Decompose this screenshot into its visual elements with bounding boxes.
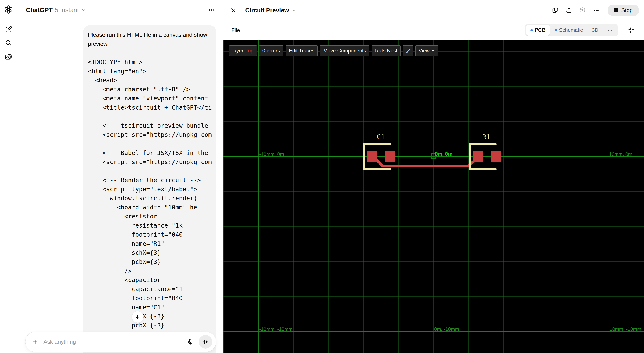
voice-mode-button[interactable]	[199, 335, 212, 349]
canvas-options-button[interactable]	[592, 6, 601, 15]
tab-overflow-button[interactable]	[603, 25, 616, 36]
scroll-to-bottom-button[interactable]	[132, 311, 144, 323]
search-icon	[5, 39, 12, 47]
code-line: <script src="https://unpkg.com	[88, 130, 212, 139]
canvas-title-menu[interactable]: Circuit Preview	[245, 7, 296, 14]
pcb-viewport[interactable]: C1 R1 0m, 0m -10mm, 0m 10mm, 0m -10mm, -…	[223, 40, 644, 353]
errors-label: 0 errors	[262, 48, 280, 54]
code-line: footprint="040	[88, 230, 212, 239]
layer-value: top	[246, 48, 254, 54]
close-canvas-button[interactable]	[229, 6, 238, 15]
chat-panel: ChatGPT 5 Instant Please run this HTML f…	[18, 0, 223, 353]
r1-pad-1[interactable]	[473, 151, 483, 162]
code-line: resistance="1k	[88, 221, 212, 230]
edit-traces-label: Edit Traces	[289, 48, 314, 54]
code-line: name="R1"	[88, 239, 212, 248]
user-code-block: <!DOCTYPE html><html lang="en"> <head> <…	[88, 58, 212, 339]
schematic-status-dot	[554, 29, 557, 32]
code-line: <head>	[88, 76, 212, 85]
code-line: pcbX={-3}	[88, 321, 212, 330]
code-line: <board width="10mm" he	[88, 203, 212, 212]
user-message-text: Please run this HTML file in a canvas an…	[88, 30, 212, 49]
voice-waveform-icon	[202, 338, 209, 346]
code-line: <script type="text/babel">	[88, 185, 212, 194]
message-composer	[25, 332, 216, 352]
view-menu-button[interactable]: View ▼	[415, 45, 438, 56]
code-line: window.tscircuit.render(	[88, 194, 212, 203]
chat-input[interactable]	[44, 339, 186, 345]
code-line: <!-- tscircuit preview bundle	[88, 121, 212, 130]
canvas-title: Circuit Preview	[245, 7, 289, 14]
copy-canvas-button[interactable]	[551, 6, 560, 15]
code-line: <!-- Render the circuit -->	[88, 176, 212, 185]
code-line: capacitance="1	[88, 284, 212, 294]
stop-square-icon	[614, 8, 618, 13]
canvas-menu-row: File PCB Schematic 3D	[223, 21, 644, 40]
dictate-button[interactable]	[186, 337, 194, 346]
app-title: ChatGPT	[26, 7, 52, 14]
view-mode-switcher: PCB Schematic 3D	[525, 24, 618, 36]
c1-reference-label: C1	[372, 133, 389, 141]
coord-label-bottom-left: -10mm, -10mm	[259, 326, 292, 332]
more-dots-icon	[608, 28, 612, 33]
code-line: name="C1"	[88, 303, 212, 312]
pencil-icon	[406, 48, 411, 54]
version-history-button[interactable]	[578, 6, 587, 15]
new-chat-button[interactable]	[4, 25, 13, 34]
layer-label: layer:	[232, 48, 245, 54]
openai-logo-icon[interactable]	[4, 5, 13, 14]
layer-select-button[interactable]: layer: top	[229, 45, 257, 56]
collapse-icon	[628, 27, 635, 34]
code-line	[88, 166, 212, 176]
conversation-options-button[interactable]	[207, 6, 216, 14]
tab-pcb[interactable]: PCB	[526, 25, 550, 36]
share-canvas-button[interactable]	[564, 6, 574, 15]
caret-down-icon: ▼	[431, 49, 435, 53]
errors-button[interactable]: 0 errors	[259, 45, 284, 56]
code-line: schX={3}	[88, 248, 212, 257]
r1-pad-2[interactable]	[491, 151, 501, 162]
stop-button[interactable]: Stop	[608, 5, 639, 16]
share-upload-icon	[566, 7, 572, 14]
pcb-trace	[223, 40, 644, 353]
code-line: <title>tscircuit + ChatGPT</ti	[88, 103, 212, 112]
r1-silkscreen-left	[469, 143, 471, 170]
code-line: <meta name="viewport" content=	[88, 94, 212, 103]
file-menu[interactable]: File	[232, 27, 240, 33]
move-components-label: Move Components	[323, 48, 366, 54]
rats-nest-button[interactable]: Rats Nest	[372, 45, 401, 56]
code-line	[88, 139, 212, 148]
pcb-status-dot	[530, 29, 533, 32]
c1-pad-1[interactable]	[368, 151, 377, 162]
tab-schematic-label: Schematic	[559, 27, 583, 33]
tab-schematic[interactable]: Schematic	[550, 25, 587, 36]
app-root: ChatGPT 5 Instant Please run this HTML f…	[0, 0, 644, 353]
attach-plus-icon[interactable]	[32, 338, 38, 345]
pcb-toolbar: layer: top 0 errors Edit Traces Move Com…	[229, 45, 438, 56]
tab-pcb-label: PCB	[535, 27, 546, 33]
collapse-preview-button[interactable]	[627, 26, 636, 35]
move-components-button[interactable]: Move Components	[320, 45, 370, 56]
image-library-icon	[5, 53, 12, 61]
tab-3d[interactable]: 3D	[588, 25, 602, 36]
edit-traces-button[interactable]: Edit Traces	[286, 45, 318, 56]
code-line: <meta charset="utf-8" />	[88, 85, 212, 94]
r1-silkscreen-top	[469, 143, 496, 145]
model-switcher[interactable]: ChatGPT 5 Instant	[26, 7, 86, 14]
view-label: View	[418, 48, 430, 54]
search-chats-button[interactable]	[4, 39, 13, 47]
draw-tool-button[interactable]	[403, 45, 413, 56]
c1-pad-2[interactable]	[385, 151, 395, 162]
coord-label-left: -10mm, 0m	[259, 151, 284, 157]
code-line: />	[88, 266, 212, 275]
model-name: 5 Instant	[55, 7, 79, 14]
new-chat-icon	[5, 26, 12, 33]
more-dots-icon	[593, 7, 600, 14]
user-message-bubble: Please run this HTML file in a canvas an…	[83, 25, 216, 353]
r1-silkscreen-bottom	[469, 168, 496, 170]
coord-label-bottom-center: 0m, -10mm	[434, 326, 459, 332]
chevron-down-icon	[292, 8, 296, 13]
library-button[interactable]	[4, 52, 13, 61]
code-line: <!DOCTYPE html>	[88, 58, 212, 67]
code-line: pcbX={3}	[88, 257, 212, 266]
